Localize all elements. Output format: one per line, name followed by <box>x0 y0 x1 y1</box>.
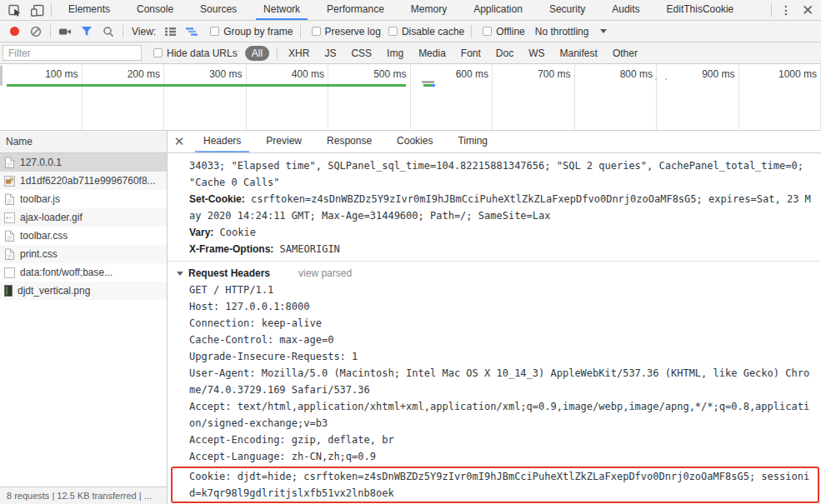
section-title: Request Headers <box>188 265 270 282</box>
headers-content: 34033; "Elapsed time", SQLPanel_sql_time… <box>168 153 821 504</box>
filter-type-manifest[interactable]: Manifest <box>555 47 603 59</box>
timeline-tick-label: 100 ms <box>45 68 78 80</box>
gif-image-icon <box>4 212 15 223</box>
capture-screenshots-icon[interactable] <box>54 22 76 41</box>
document-icon <box>4 193 15 206</box>
filter-type-ws[interactable]: WS <box>523 47 549 59</box>
timeline-tick-label: 200 ms <box>128 68 160 80</box>
request-row[interactable]: print.css <box>0 245 167 263</box>
divider <box>123 25 123 38</box>
timeline-column: 700 ms <box>493 64 575 130</box>
record-network-log-icon[interactable] <box>3 22 25 41</box>
dark-image-icon <box>4 285 13 297</box>
use-large-rows-icon[interactable] <box>159 22 181 41</box>
request-row[interactable]: 127.0.0.1 <box>0 153 167 172</box>
detail-tab-preview[interactable]: Preview <box>258 131 310 152</box>
throttling-select[interactable]: No throttling <box>535 26 589 37</box>
timeline-tick-label: 600 ms <box>456 68 488 80</box>
request-detail-panel: ✕ HeadersPreviewResponseCookiesTiming 34… <box>168 131 821 504</box>
response-header-line: Set-Cookie: csrftoken=z4sDnWBZDz5Y9zIvr0… <box>176 191 814 224</box>
filter-type-other[interactable]: Other <box>608 47 643 59</box>
hide-data-urls-checkbox[interactable] <box>153 48 163 57</box>
network-toolbar: View: Group by frame Preserve log Disabl… <box>0 21 821 42</box>
request-row[interactable]: ajax-loader.gif <box>0 208 167 227</box>
divider <box>300 25 301 38</box>
overview-dot <box>655 78 657 80</box>
device-toolbar-icon[interactable] <box>26 1 48 19</box>
group-by-frame-checkbox[interactable] <box>210 27 219 36</box>
request-row[interactable]: djdt_vertical.png <box>0 282 167 300</box>
request-row[interactable]: toolbar.js <box>0 190 167 208</box>
chevron-down-icon[interactable] <box>600 29 607 33</box>
view-parsed-link[interactable]: view parsed <box>298 265 352 282</box>
filter-type-xhr[interactable]: XHR <box>283 47 314 59</box>
preserve-log-label: Preserve log <box>325 26 381 37</box>
detail-tab-response[interactable]: Response <box>318 131 380 152</box>
filter-type-list: XHRJSCSSImgMediaFontDocWSManifestOther <box>281 47 645 59</box>
document-icon <box>4 248 15 261</box>
tab-application[interactable]: Application <box>466 0 530 20</box>
preserve-log-checkbox[interactable] <box>312 27 321 36</box>
tab-memory[interactable]: Memory <box>403 0 454 20</box>
triangle-down-icon[interactable] <box>177 272 183 276</box>
devtools-tool-icons <box>0 0 55 20</box>
devtools-window-controls: ⋮ ✕ <box>768 0 821 20</box>
tab-console[interactable]: Console <box>129 0 181 20</box>
tab-security[interactable]: Security <box>542 0 593 20</box>
close-devtools-icon[interactable]: ✕ <box>797 1 818 19</box>
header-text-line: User-Agent: Mozilla/5.0 (Macintosh; Inte… <box>176 365 814 398</box>
name-column-header[interactable]: Name <box>0 131 167 153</box>
request-header-line: Cookie: djdt=hide; csrftoken=z4sDnWBZDz5… <box>176 468 814 502</box>
tab-audits[interactable]: Audits <box>604 0 647 20</box>
detail-tab-headers[interactable]: Headers <box>195 131 249 152</box>
filter-type-font[interactable]: Font <box>456 47 486 59</box>
clear-icon[interactable] <box>25 22 47 41</box>
filter-all-badge[interactable]: All <box>245 46 269 61</box>
hide-data-urls-label: Hide data URLs <box>167 47 238 59</box>
filter-type-js[interactable]: JS <box>319 47 341 59</box>
overview-scrollbar-thumb[interactable] <box>0 65 3 86</box>
network-filter-bar: Hide data URLs All XHRJSCSSImgMediaFontD… <box>0 42 821 64</box>
filter-type-img[interactable]: Img <box>382 47 408 59</box>
filter-input[interactable] <box>3 45 142 61</box>
show-overview-waterfall-icon[interactable] <box>181 22 203 41</box>
filter-type-doc[interactable]: Doc <box>491 47 518 59</box>
header-text-line: Host: 127.0.0.1:8000 <box>176 298 814 315</box>
tab-network[interactable]: Network <box>256 0 308 20</box>
tab-performance[interactable]: Performance <box>319 0 392 20</box>
tab-sources[interactable]: Sources <box>193 0 244 20</box>
timeline-column: 900 ms <box>657 64 739 130</box>
disable-cache-checkbox[interactable] <box>388 27 398 36</box>
detail-tab-timing[interactable]: Timing <box>449 131 496 152</box>
request-row[interactable]: toolbar.css <box>0 227 167 245</box>
timeline-tick-label: 900 ms <box>702 68 734 80</box>
header-text-line: Accept: text/html,application/xhtml+xml,… <box>176 398 814 432</box>
detail-tab-cookies[interactable]: Cookies <box>388 131 441 152</box>
request-row[interactable]: 1d1df6220ab711e9996760f8... <box>0 172 167 190</box>
tab-editthiscookie[interactable]: EditThisCookie <box>659 0 742 20</box>
filter-funnel-icon[interactable] <box>76 22 98 41</box>
more-options-icon[interactable]: ⋮ <box>775 1 797 19</box>
header-value: csrftoken=z4sDnWBZDz5Y9zIvr0mI9hJBmCciPu… <box>189 193 811 222</box>
filter-type-media[interactable]: Media <box>413 47 451 59</box>
close-detail-icon[interactable]: ✕ <box>168 131 191 152</box>
search-icon[interactable] <box>98 22 119 41</box>
document-icon <box>4 230 15 242</box>
request-rows: 127.0.0.11d1df6220ab711e9996760f8...tool… <box>0 153 167 487</box>
filter-type-css[interactable]: CSS <box>346 47 377 59</box>
offline-checkbox[interactable] <box>483 27 492 36</box>
timeline-tick-label: 500 ms <box>373 68 406 80</box>
network-overview-timeline[interactable]: 1000 ms900 ms800 ms700 ms600 ms500 ms400… <box>0 64 821 131</box>
divider <box>50 25 51 38</box>
divider <box>771 3 772 17</box>
response-header-line: X-Frame-Options: SAMEORIGIN <box>176 241 814 257</box>
timeline-column: 100 ms <box>0 64 83 130</box>
view-label: View: <box>132 26 156 37</box>
disable-cache-label: Disable cache <box>402 26 464 37</box>
tab-elements[interactable]: Elements <box>61 0 118 20</box>
request-name: ajax-loader.gif <box>20 212 83 223</box>
request-row[interactable]: data:font/woff;base... <box>0 263 167 282</box>
timeline-column: 800 ms <box>575 64 658 130</box>
overview-dot <box>665 78 667 80</box>
inspect-element-icon[interactable] <box>4 1 26 19</box>
